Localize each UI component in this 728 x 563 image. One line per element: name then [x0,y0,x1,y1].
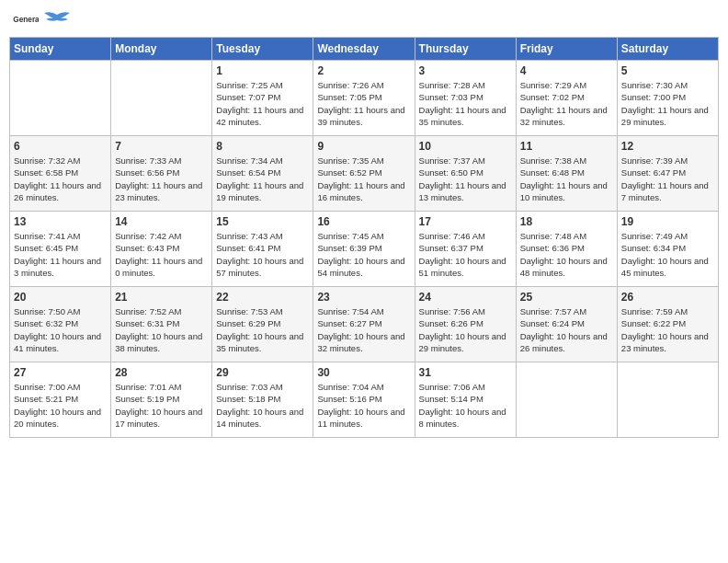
calendar-cell: 31Sunrise: 7:06 AM Sunset: 5:14 PM Dayli… [415,362,516,438]
day-info: Sunrise: 7:41 AM Sunset: 6:45 PM Dayligh… [14,230,107,279]
weekday-header-tuesday: Tuesday [212,38,313,61]
day-info: Sunrise: 7:48 AM Sunset: 6:36 PM Dayligh… [520,230,613,279]
calendar-cell: 7Sunrise: 7:33 AM Sunset: 6:56 PM Daylig… [111,136,212,212]
calendar-cell: 29Sunrise: 7:03 AM Sunset: 5:18 PM Dayli… [212,362,313,438]
day-number: 17 [419,215,512,228]
calendar-cell: 21Sunrise: 7:52 AM Sunset: 6:31 PM Dayli… [111,287,212,362]
day-info: Sunrise: 7:45 AM Sunset: 6:39 PM Dayligh… [317,230,410,279]
calendar-cell: 12Sunrise: 7:39 AM Sunset: 6:47 PM Dayli… [617,136,718,212]
day-number: 28 [115,366,208,379]
calendar-cell: 26Sunrise: 7:59 AM Sunset: 6:22 PM Dayli… [617,287,718,362]
day-number: 31 [419,366,512,379]
calendar-cell: 19Sunrise: 7:49 AM Sunset: 6:34 PM Dayli… [617,212,718,287]
day-number: 18 [520,215,613,228]
day-info: Sunrise: 7:00 AM Sunset: 5:21 PM Dayligh… [14,381,107,430]
day-number: 16 [317,215,410,228]
day-info: Sunrise: 7:54 AM Sunset: 6:27 PM Dayligh… [317,305,410,354]
calendar-cell: 23Sunrise: 7:54 AM Sunset: 6:27 PM Dayli… [313,287,415,362]
calendar-cell: 16Sunrise: 7:45 AM Sunset: 6:39 PM Dayli… [313,212,415,287]
day-number: 9 [317,140,410,153]
bird-icon [44,11,70,31]
day-number: 2 [317,64,410,77]
calendar-cell: 25Sunrise: 7:57 AM Sunset: 6:24 PM Dayli… [516,287,617,362]
day-info: Sunrise: 7:04 AM Sunset: 5:16 PM Dayligh… [317,381,410,430]
day-number: 7 [115,140,208,153]
calendar-cell [617,362,718,438]
calendar-cell: 30Sunrise: 7:04 AM Sunset: 5:16 PM Dayli… [313,362,415,438]
calendar-cell: 5Sunrise: 7:30 AM Sunset: 7:00 PM Daylig… [617,61,718,136]
calendar-cell: 9Sunrise: 7:35 AM Sunset: 6:52 PM Daylig… [313,136,415,212]
day-info: Sunrise: 7:42 AM Sunset: 6:43 PM Dayligh… [115,230,208,279]
calendar-cell: 22Sunrise: 7:53 AM Sunset: 6:29 PM Dayli… [212,287,313,362]
day-info: Sunrise: 7:35 AM Sunset: 6:52 PM Dayligh… [317,155,410,203]
day-number: 19 [621,215,714,228]
weekday-row: SundayMondayTuesdayWednesdayThursdayFrid… [10,38,719,61]
calendar-cell: 3Sunrise: 7:28 AM Sunset: 7:03 PM Daylig… [415,61,516,136]
day-info: Sunrise: 7:43 AM Sunset: 6:41 PM Dayligh… [216,230,309,279]
day-info: Sunrise: 7:39 AM Sunset: 6:47 PM Dayligh… [621,155,714,203]
logo-icon: General [13,9,39,29]
calendar-cell: 2Sunrise: 7:26 AM Sunset: 7:05 PM Daylig… [313,61,415,136]
calendar-cell: 13Sunrise: 7:41 AM Sunset: 6:45 PM Dayli… [10,212,111,287]
day-info: Sunrise: 7:49 AM Sunset: 6:34 PM Dayligh… [621,230,714,279]
calendar-cell: 8Sunrise: 7:34 AM Sunset: 6:54 PM Daylig… [212,136,313,212]
calendar-week-row: 6Sunrise: 7:32 AM Sunset: 6:58 PM Daylig… [10,136,719,212]
day-info: Sunrise: 7:50 AM Sunset: 6:32 PM Dayligh… [14,305,107,354]
day-number: 23 [317,291,410,304]
day-info: Sunrise: 7:26 AM Sunset: 7:05 PM Dayligh… [317,79,410,128]
calendar-week-row: 1Sunrise: 7:25 AM Sunset: 7:07 PM Daylig… [10,61,719,136]
day-info: Sunrise: 7:59 AM Sunset: 6:22 PM Dayligh… [621,305,714,354]
day-number: 10 [419,140,512,153]
weekday-header-saturday: Saturday [617,38,718,61]
day-info: Sunrise: 7:33 AM Sunset: 6:56 PM Dayligh… [115,155,208,203]
day-number: 30 [317,366,410,379]
day-info: Sunrise: 7:57 AM Sunset: 6:24 PM Dayligh… [520,305,613,354]
calendar-week-row: 13Sunrise: 7:41 AM Sunset: 6:45 PM Dayli… [10,212,719,287]
day-info: Sunrise: 7:52 AM Sunset: 6:31 PM Dayligh… [115,305,208,354]
day-number: 21 [115,291,208,304]
calendar-week-row: 20Sunrise: 7:50 AM Sunset: 6:32 PM Dayli… [10,287,719,362]
calendar-cell: 1Sunrise: 7:25 AM Sunset: 7:07 PM Daylig… [212,61,313,136]
day-info: Sunrise: 7:34 AM Sunset: 6:54 PM Dayligh… [216,155,309,203]
day-info: Sunrise: 7:03 AM Sunset: 5:18 PM Dayligh… [216,381,309,430]
calendar-cell: 14Sunrise: 7:42 AM Sunset: 6:43 PM Dayli… [111,212,212,287]
day-info: Sunrise: 7:32 AM Sunset: 6:58 PM Dayligh… [14,155,107,203]
calendar-cell: 15Sunrise: 7:43 AM Sunset: 6:41 PM Dayli… [212,212,313,287]
day-number: 27 [14,366,107,379]
day-info: Sunrise: 7:53 AM Sunset: 6:29 PM Dayligh… [216,305,309,354]
calendar-cell: 24Sunrise: 7:56 AM Sunset: 6:26 PM Dayli… [415,287,516,362]
logo: General [13,9,70,29]
day-info: Sunrise: 7:01 AM Sunset: 5:19 PM Dayligh… [115,381,208,430]
calendar-cell: 6Sunrise: 7:32 AM Sunset: 6:58 PM Daylig… [10,136,111,212]
calendar-cell: 17Sunrise: 7:46 AM Sunset: 6:37 PM Dayli… [415,212,516,287]
day-number: 29 [216,366,309,379]
day-info: Sunrise: 7:25 AM Sunset: 7:07 PM Dayligh… [216,79,309,128]
day-info: Sunrise: 7:46 AM Sunset: 6:37 PM Dayligh… [419,230,512,279]
calendar-table: SundayMondayTuesdayWednesdayThursdayFrid… [9,37,719,438]
calendar-cell: 18Sunrise: 7:48 AM Sunset: 6:36 PM Dayli… [516,212,617,287]
day-info: Sunrise: 7:30 AM Sunset: 7:00 PM Dayligh… [621,79,714,128]
day-number: 4 [520,64,613,77]
day-number: 1 [216,64,309,77]
day-info: Sunrise: 7:38 AM Sunset: 6:48 PM Dayligh… [520,155,613,203]
day-info: Sunrise: 7:29 AM Sunset: 7:02 PM Dayligh… [520,79,613,128]
calendar-cell: 27Sunrise: 7:00 AM Sunset: 5:21 PM Dayli… [10,362,111,438]
svg-text:General: General [13,16,39,24]
calendar-header: SundayMondayTuesdayWednesdayThursdayFrid… [10,38,719,61]
day-number: 14 [115,215,208,228]
weekday-header-friday: Friday [516,38,617,61]
header: General [9,9,719,29]
day-info: Sunrise: 7:37 AM Sunset: 6:50 PM Dayligh… [419,155,512,203]
weekday-header-thursday: Thursday [415,38,516,61]
day-number: 24 [419,291,512,304]
day-info: Sunrise: 7:56 AM Sunset: 6:26 PM Dayligh… [419,305,512,354]
weekday-header-monday: Monday [111,38,212,61]
day-number: 11 [520,140,613,153]
day-number: 15 [216,215,309,228]
calendar-body: 1Sunrise: 7:25 AM Sunset: 7:07 PM Daylig… [10,61,719,438]
day-number: 22 [216,291,309,304]
calendar-cell [10,61,111,136]
day-number: 20 [14,291,107,304]
day-number: 8 [216,140,309,153]
day-info: Sunrise: 7:06 AM Sunset: 5:14 PM Dayligh… [419,381,512,430]
